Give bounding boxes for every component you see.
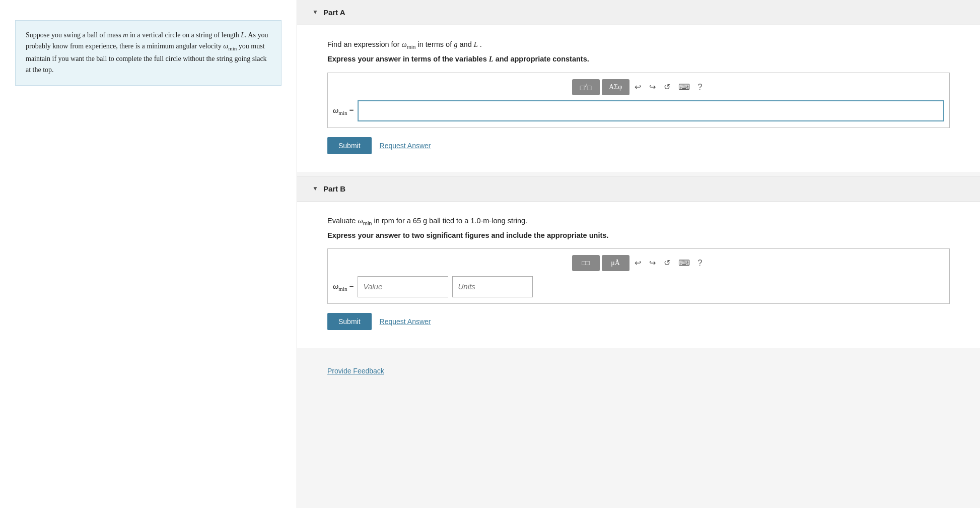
part-a-toolbar: □√□ ΑΣφ ↩ ↪ ↺ ⌨ ? xyxy=(333,79,944,95)
part-b-section: ▼ Part B Evaluate ωmin in rpm for a 65 g… xyxy=(297,176,980,348)
part-b-header[interactable]: ▼ Part B xyxy=(297,176,980,202)
feedback-section: Provide Feedback xyxy=(297,352,980,390)
part-a-redo-btn[interactable]: ↪ xyxy=(646,80,659,94)
part-a-request-answer-button[interactable]: Request Answer xyxy=(380,142,431,150)
part-a-header[interactable]: ▼ Part A xyxy=(297,0,980,25)
part-b-content: Evaluate ωmin in rpm for a 65 g ball tie… xyxy=(297,202,980,348)
part-b-redo-btn[interactable]: ↪ xyxy=(646,256,659,270)
part-a-help-btn[interactable]: ? xyxy=(695,81,706,94)
part-b-keyboard-btn[interactable]: ⌨ xyxy=(675,256,693,270)
part-b-toolbar: □□ μÅ ↩ ↪ ↺ ⌨ ? xyxy=(333,255,944,271)
part-b-action-row: Submit Request Answer xyxy=(327,313,950,330)
part-a-action-row: Submit Request Answer xyxy=(327,137,950,154)
part-b-matrix-btn[interactable]: □□ xyxy=(572,255,600,271)
part-b-answer-box: □□ μÅ ↩ ↪ ↺ ⌨ ? ωmin = xyxy=(327,248,950,304)
part-b-units-btn[interactable]: μÅ xyxy=(602,255,629,271)
problem-statement: Suppose you swing a ball of mass m in a … xyxy=(15,20,282,86)
part-a-submit-button[interactable]: Submit xyxy=(327,137,372,154)
part-a-keyboard-btn[interactable]: ⌨ xyxy=(675,80,693,94)
part-a-question: Find an expression for ωmin in terms of … xyxy=(327,40,950,50)
part-b-help-btn[interactable]: ? xyxy=(695,257,706,270)
part-b-units-input[interactable] xyxy=(452,276,533,297)
problem-text: Suppose you swing a ball of mass m in a … xyxy=(26,31,268,74)
left-panel: Suppose you swing a ball of mass m in a … xyxy=(0,0,297,508)
part-a-content: Find an expression for ωmin in terms of … xyxy=(297,25,980,172)
part-a-label: Part A xyxy=(323,8,345,17)
part-b-value-input[interactable] xyxy=(358,276,448,297)
part-b-question: Evaluate ωmin in rpm for a 65 g ball tie… xyxy=(327,217,950,226)
right-panel: ▼ Part A Find an expression for ωmin in … xyxy=(297,0,980,508)
part-a-omega-label: ωmin = xyxy=(333,106,354,116)
part-a-input-row: ωmin = xyxy=(333,100,944,121)
part-b-refresh-btn[interactable]: ↺ xyxy=(661,256,673,270)
part-a-answer-box: □√□ ΑΣφ ↩ ↪ ↺ ⌨ ? ωmin = xyxy=(327,73,950,128)
provide-feedback-button[interactable]: Provide Feedback xyxy=(297,357,414,385)
part-a-symbols-btn[interactable]: ΑΣφ xyxy=(602,79,629,95)
part-b-request-answer-button[interactable]: Request Answer xyxy=(380,318,431,326)
part-b-submit-button[interactable]: Submit xyxy=(327,313,372,330)
part-a-sqrt-btn[interactable]: □√□ xyxy=(572,79,600,95)
part-b-undo-btn[interactable]: ↩ xyxy=(632,256,644,270)
part-b-chevron-icon: ▼ xyxy=(312,185,318,193)
part-b-label: Part B xyxy=(323,184,345,193)
part-a-section: ▼ Part A Find an expression for ωmin in … xyxy=(297,0,980,172)
part-a-refresh-btn[interactable]: ↺ xyxy=(661,80,673,94)
part-a-instruction: Express your answer in terms of the vari… xyxy=(327,55,950,64)
part-b-input-row: ωmin = xyxy=(333,276,944,297)
part-a-undo-btn[interactable]: ↩ xyxy=(632,80,644,94)
part-b-instruction: Express your answer to two significant f… xyxy=(327,231,950,239)
part-b-omega-label: ωmin = xyxy=(333,282,354,292)
part-a-answer-input[interactable] xyxy=(358,100,944,121)
part-a-chevron-icon: ▼ xyxy=(312,9,318,16)
